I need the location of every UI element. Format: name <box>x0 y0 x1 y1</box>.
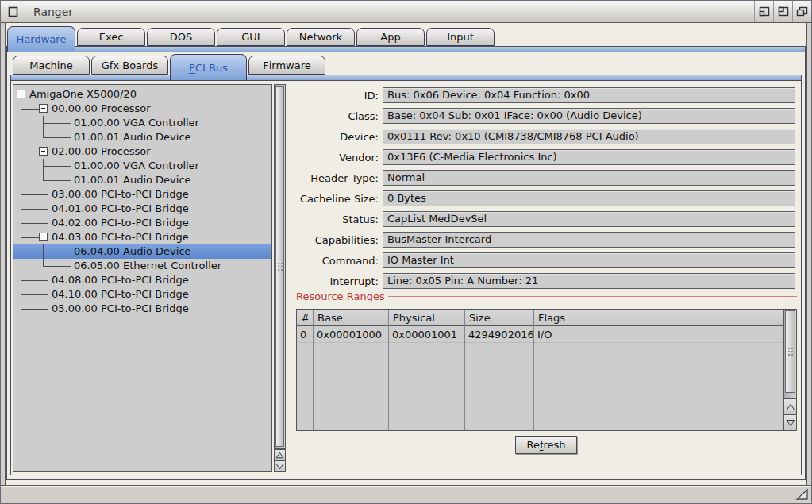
tab-hardware[interactable]: Hardware <box>7 26 75 52</box>
zoom-button[interactable] <box>773 1 792 22</box>
tab-label: GUI <box>241 31 260 43</box>
tree-item-amigaone-x5000-20[interactable]: AmigaOne X5000/20 <box>13 87 271 102</box>
scroll-up-button[interactable] <box>784 398 796 414</box>
scrollbar-thumb[interactable] <box>785 310 795 393</box>
tree-item-01-00-01-audio-device[interactable]: 01.00.01 Audio Device <box>13 173 271 187</box>
pci-field-row: Cacheline Size:0 Bytes <box>291 190 795 206</box>
tree-item-label: 04.01.00 PCI-to-PCI Bridge <box>52 202 189 216</box>
tab-pci-bus[interactable]: PCI Bus <box>170 54 247 80</box>
column-header[interactable]: Physical <box>389 310 464 326</box>
column-physical: Physical 0x00001001 <box>389 310 465 430</box>
resource-table-columns: # 0 Base 0x00001000 Physical 0x00001001 <box>297 310 783 430</box>
tree-item-06-05-00-ethernet-controller[interactable]: 06.05.00 Ethernet Controller <box>13 259 271 273</box>
field-label: Cacheline Size: <box>291 193 383 205</box>
window-bottom-border <box>1 485 811 503</box>
tree-item-06-04-00-audio-device[interactable]: 06.04.00 Audio Device <box>13 244 271 259</box>
triangle-down-icon <box>786 419 795 427</box>
field-value-box: BusMaster Intercard <box>383 232 795 248</box>
tree-item-04-01-00-pci-to-pci-bridge[interactable]: 04.01.00 PCI-to-PCI Bridge <box>13 202 271 216</box>
field-value-box: 0x13F6 (C-Media Electronics Inc) <box>383 149 795 165</box>
tree-item-03-00-00-pci-to-pci-bridge[interactable]: 03.00.00 PCI-to-PCI Bridge <box>13 187 271 202</box>
tree-item-label: 01.00.01 Audio Device <box>74 173 191 187</box>
tab-exec[interactable]: Exec <box>77 28 145 46</box>
tree-expander-icon[interactable] <box>39 233 48 241</box>
tree-expander-icon[interactable] <box>17 90 25 98</box>
scrollbar-thumb[interactable] <box>275 86 284 447</box>
tab-firmware[interactable]: Firmware <box>248 56 325 75</box>
tree-scrollbar[interactable] <box>274 84 286 472</box>
resize-handle[interactable] <box>794 487 810 502</box>
tree-item-04-10-00-pci-to-pci-bridge[interactable]: 04.10.00 PCI-to-PCI Bridge <box>13 287 271 302</box>
tree-item-05-00-00-pci-to-pci-bridge[interactable]: 05.00.00 PCI-to-PCI Bridge <box>13 302 271 316</box>
column-header[interactable]: # <box>297 310 313 326</box>
table-scrollbar[interactable] <box>783 310 796 430</box>
tree-item-02-00-00-processor[interactable]: 02.00.00 Processor <box>13 144 271 159</box>
tree-scrollbar-track[interactable] <box>275 85 285 449</box>
tab-network[interactable]: Network <box>287 28 355 46</box>
scroll-down-button[interactable] <box>275 460 285 471</box>
tab-gui[interactable]: GUI <box>217 28 285 46</box>
column-header[interactable]: Size <box>465 310 533 326</box>
pci-field-row: Interrupt:Line: 0x05 Pin: A Number: 21 <box>291 273 795 289</box>
field-value-box: Normal <box>383 170 795 186</box>
pci-field-row: Command:IO Master Int <box>291 252 795 268</box>
field-label: Capabilities: <box>291 234 383 246</box>
scroll-up-button[interactable] <box>275 449 285 460</box>
tree-item-label: 02.00.00 Processor <box>52 144 151 159</box>
iconify-icon <box>759 6 770 17</box>
tab-gfx-boards[interactable]: Gfx Boards <box>91 56 168 75</box>
tab-app[interactable]: App <box>356 28 425 46</box>
hardware-page: MachineGfx BoardsPCI BusFirmware AmigaOn… <box>6 46 806 480</box>
tree-item-00-00-00-processor[interactable]: 00.00.00 Processor <box>13 102 271 116</box>
close-icon <box>8 6 18 17</box>
scroll-down-button[interactable] <box>784 414 796 430</box>
table-scrollbar-track[interactable] <box>784 310 796 398</box>
pci-bus-page: AmigaOne X5000/2000.00.00 Processor01.00… <box>10 75 802 475</box>
tree-item-04-08-00-pci-to-pci-bridge[interactable]: 04.08.00 PCI-to-PCI Bridge <box>13 273 271 287</box>
tab-machine[interactable]: Machine <box>13 56 90 75</box>
field-label: ID: <box>291 90 383 102</box>
table-cell[interactable]: 4294902016 <box>465 326 533 343</box>
tree-guide-line <box>21 259 21 273</box>
tab-label-rest: irmware <box>269 60 311 71</box>
tree-item-label: 01.00.00 VGA Controller <box>74 159 199 173</box>
tree-item-01-00-00-vga-controller[interactable]: 01.00.00 VGA Controller <box>13 159 271 173</box>
tree-branch-line <box>21 223 48 224</box>
column-header[interactable]: Flags <box>534 310 783 326</box>
tab-label: App <box>380 31 400 43</box>
tree-item-04-02-00-pci-to-pci-bridge[interactable]: 04.02.00 PCI-to-PCI Bridge <box>13 216 271 230</box>
table-cell[interactable]: 0 <box>297 326 313 343</box>
tree-item-01-00-00-vga-controller[interactable]: 01.00.00 VGA Controller <box>13 116 271 130</box>
tree-branch-line <box>21 294 48 295</box>
refresh-label-rest: resh <box>543 439 565 451</box>
tree-branch-line <box>21 209 48 210</box>
table-cell[interactable]: I/O <box>534 326 783 343</box>
tree-item-01-00-01-audio-device[interactable]: 01.00.01 Audio Device <box>13 130 271 144</box>
column-flags: Flags I/O <box>534 310 783 430</box>
iconify-button[interactable] <box>754 1 773 22</box>
column-header[interactable]: Base <box>314 310 388 326</box>
tree-item-04-03-00-pci-to-pci-bridge[interactable]: 04.03.00 PCI-to-PCI Bridge <box>13 230 271 244</box>
table-cell[interactable]: 0x00001000 <box>314 326 388 343</box>
tab-label: Exec <box>99 31 124 43</box>
table-cell[interactable]: 0x00001001 <box>389 326 464 343</box>
window-title: Ranger <box>33 6 73 18</box>
titlebar-separator <box>25 1 25 22</box>
tree-item-label: 06.04.00 Audio Device <box>74 244 191 259</box>
tree-expander-icon[interactable] <box>39 104 48 113</box>
tree-branch-line <box>43 123 71 124</box>
refresh-button[interactable]: Refresh <box>515 436 577 454</box>
tab-dos[interactable]: DOS <box>147 28 215 46</box>
field-label: Device: <box>291 131 383 143</box>
tree-item-label: 00.00.00 Processor <box>52 102 151 116</box>
depth-button[interactable] <box>792 1 811 22</box>
tree-expander-icon[interactable] <box>39 147 48 156</box>
device-tree-pane: AmigaOne X5000/2000.00.00 Processor01.00… <box>11 81 291 475</box>
tab-label-rest: chine <box>44 60 72 71</box>
pci-field-row: Header Type:Normal <box>291 170 795 186</box>
triangle-up-icon <box>275 452 284 459</box>
close-button[interactable] <box>1 1 25 22</box>
depth-icon <box>796 6 808 17</box>
tab-input[interactable]: Input <box>426 28 495 46</box>
pci-field-list: ID:Bus: 0x06 Device: 0x04 Function: 0x00… <box>291 87 795 294</box>
